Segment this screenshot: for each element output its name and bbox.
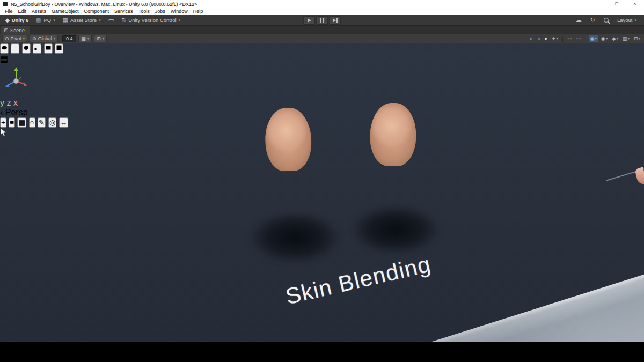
pivot-icon: ⊙ — [5, 36, 9, 41]
camera-settings-dropdown[interactable]: ◉ ▾ — [599, 35, 609, 42]
head-model-left[interactable] — [260, 98, 319, 208]
orientation-gizmo[interactable]: y z x — [0, 64, 644, 108]
account-button[interactable]: PQ ▾ — [33, 16, 58, 25]
account-label: PQ — [43, 17, 51, 23]
layout-dropdown[interactable]: Layout ▾ — [614, 16, 640, 25]
tools-overlay — [0, 43, 644, 54]
projection-label[interactable]: ‹ Persp — [0, 108, 644, 117]
frame-icon[interactable]: ▦ — [17, 117, 26, 128]
pivot-label: Pivot — [11, 36, 21, 41]
asset-store-button[interactable]: ▦ Asset Store ▾ — [60, 16, 104, 25]
resize-icon[interactable]: ↔ — [59, 117, 68, 128]
maximize-button[interactable]: □ — [608, 0, 626, 8]
snap-icon: ⊞ — [97, 36, 101, 41]
camera-icon: ◉ — [601, 36, 605, 41]
view-tool-button[interactable] — [0, 43, 9, 54]
persp-arrow-icon: ‹ — [0, 108, 3, 117]
menu-services[interactable]: Services — [112, 8, 136, 15]
status-bar[interactable]: Missing types referenced from component … — [0, 342, 644, 362]
move-tool-button[interactable] — [11, 43, 19, 54]
transform-tool-button[interactable] — [55, 43, 63, 54]
fullscreen-dropdown[interactable]: ⊡ ▾ — [632, 35, 642, 42]
sliders-icon[interactable]: ≡ — [9, 117, 15, 128]
rotate-tool-button[interactable] — [22, 43, 31, 54]
sphere-icon[interactable]: ○ — [29, 117, 35, 128]
bottom-tools-overlay: + ≡ ▦ ○ ✎ ◎ ↔ — [0, 117, 644, 128]
scene-toolbar-right: ◐ ◑ ● ✦ ▾ ⊷ ⊶ ◉ ▾ ◉ ▾ ◆ ▾ ▥ — [528, 35, 642, 42]
menu-jobs[interactable]: Jobs — [152, 8, 168, 15]
tool-handle-position-button[interactable]: ⊙ Pivot ▾ — [2, 35, 27, 42]
chevron-down-icon: ▾ — [23, 36, 25, 41]
menu-edit[interactable]: Edit — [16, 8, 30, 15]
menu-file[interactable]: File — [2, 8, 16, 15]
lighting-toggle-button[interactable]: ● — [543, 35, 548, 42]
progress-spinner-icon[interactable]: ◌ — [0, 352, 5, 361]
magnet-snap-button[interactable]: ⊶ — [575, 35, 583, 42]
play-icon — [308, 18, 311, 23]
tasks-complete-icon[interactable]: ✓ — [8, 352, 14, 361]
cloud-button[interactable]: ☁ — [573, 16, 585, 25]
menu-assets[interactable]: Assets — [29, 8, 49, 15]
add-overlay-icon[interactable]: + — [0, 117, 6, 128]
head-model-right[interactable] — [364, 94, 422, 202]
search-button[interactable] — [601, 16, 612, 25]
window-title: N5_SchoolGirlBoy - Overview - Windows, M… — [11, 2, 197, 7]
overlay-layout-dropdown[interactable]: ▥ ▾ — [621, 35, 631, 42]
chevron-down-icon: ▾ — [53, 18, 55, 23]
lighting-icon: ● — [544, 36, 547, 41]
play-button[interactable] — [303, 16, 315, 25]
unity-menu-button[interactable]: ◈ Unity 6 — [2, 16, 32, 25]
close-icon: × — [633, 1, 636, 6]
gizmos-dropdown[interactable]: ◆ ▾ — [610, 35, 619, 42]
monitor-icon: ▭ — [108, 17, 114, 24]
window-controls: – □ × — [589, 0, 644, 8]
rect-tool-button[interactable] — [44, 43, 53, 54]
transform-icon — [56, 45, 62, 51]
partial-model-right-edge[interactable] — [634, 167, 644, 186]
minimize-button[interactable]: – — [589, 0, 608, 8]
close-button[interactable]: × — [626, 0, 644, 8]
cloud-icon: ☁ — [576, 17, 582, 24]
gizmo-x-label: x — [13, 98, 18, 107]
tool-handle-rotation-button[interactable]: ⊕ Global ▾ — [30, 35, 58, 42]
menu-component[interactable]: Component — [82, 8, 112, 15]
menu-gameobject[interactable]: GameObject — [49, 8, 82, 15]
scene-visibility-toggle[interactable]: ◉ ▾ — [589, 35, 598, 42]
pause-button[interactable] — [316, 16, 328, 25]
menu-window[interactable]: Window — [168, 8, 191, 15]
undo-history-button[interactable]: ↻ — [587, 16, 598, 25]
device-simulator-button[interactable]: ▭ — [105, 16, 117, 25]
ruler-tool-button[interactable]: ⊷ — [566, 35, 574, 42]
toolbar-left: ◈ Unity 6 PQ ▾ ▦ Asset Store ▾ ▭ ⇅ Unity… — [0, 16, 184, 25]
toolbar-right: ☁ ↻ Layout ▾ — [573, 16, 644, 25]
shading-mode-button[interactable]: ◐ — [528, 35, 534, 42]
focus-icon[interactable]: ◎ — [48, 117, 57, 128]
pen-icon[interactable]: ✎ — [38, 117, 46, 128]
effects-dropdown-button[interactable]: ✦ ▾ — [550, 35, 560, 42]
head-shadow-left — [248, 211, 342, 264]
version-control-button[interactable]: ⇅ Unity Version Control ▾ — [118, 16, 184, 25]
scale-tool-button[interactable] — [33, 43, 41, 54]
ruler-icon: ⊷ — [567, 36, 572, 41]
tab-scene[interactable]: Scene — [1, 26, 30, 34]
grid-size-field[interactable] — [62, 35, 76, 42]
chevron-down-icon: ▾ — [616, 36, 618, 41]
rotate-icon — [23, 45, 30, 51]
head-shadow-right — [350, 204, 441, 255]
grid-visual-dropdown[interactable]: ▦ ▾ — [78, 35, 92, 42]
unity-version-label: Unity 6 — [12, 17, 29, 23]
globe-icon: ⊕ — [32, 36, 36, 41]
viewport-menu-icon[interactable]: ▤ — [0, 54, 8, 63]
rect-icon — [45, 45, 52, 51]
menu-tools[interactable]: Tools — [136, 8, 152, 15]
hair — [369, 97, 419, 131]
snap-settings-dropdown[interactable]: ⊞ ▾ — [94, 35, 107, 42]
step-button[interactable] — [329, 16, 341, 25]
effects-icon: ✦ — [552, 36, 556, 41]
menu-help[interactable]: Help — [191, 8, 206, 15]
maximize-icon: □ — [615, 1, 618, 6]
debug-draw-icon: ◑ — [537, 36, 540, 41]
grid-icon: ▦ — [81, 36, 86, 41]
scene-viewport[interactable]: Skin Blending — [0, 43, 644, 342]
debug-draw-button[interactable]: ◑ — [536, 35, 541, 42]
